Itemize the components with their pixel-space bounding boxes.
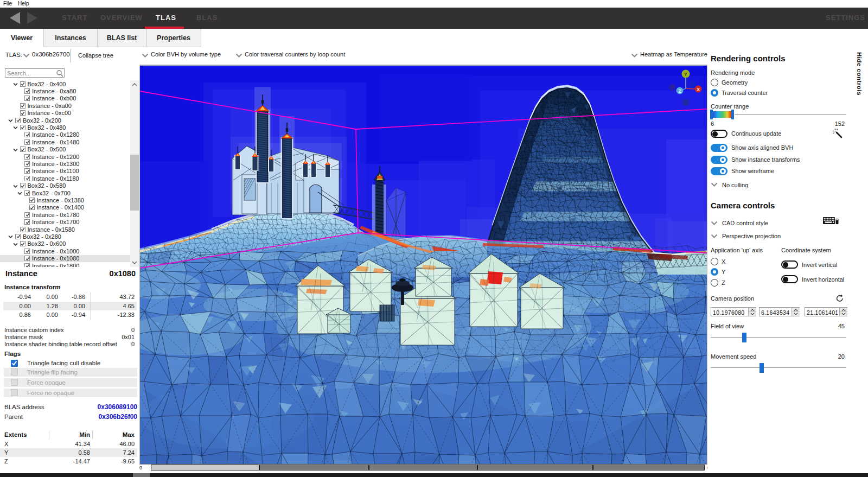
- svg-text:Z: Z: [678, 88, 681, 94]
- svg-text:Y: Y: [684, 72, 687, 77]
- svg-text:X: X: [697, 87, 700, 92]
